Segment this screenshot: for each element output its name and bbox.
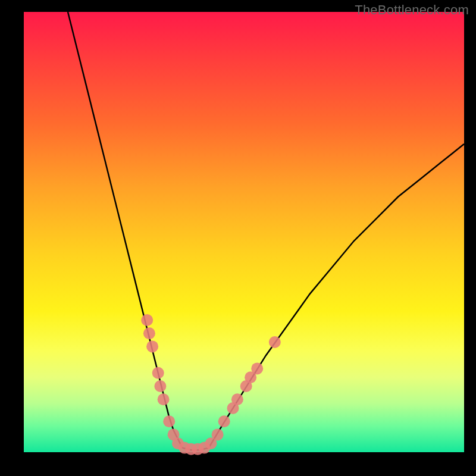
data-marker xyxy=(146,340,158,352)
curve-layer xyxy=(24,12,464,452)
data-marker xyxy=(269,336,281,348)
data-marker xyxy=(152,367,164,379)
series-right-curve xyxy=(209,144,464,448)
series-left-curve xyxy=(68,12,182,448)
data-marker xyxy=(163,415,175,427)
data-marker xyxy=(141,314,153,326)
series-lines xyxy=(68,12,464,450)
data-marker xyxy=(158,393,170,405)
data-marker xyxy=(231,393,243,405)
data-marker xyxy=(143,327,155,339)
data-marker xyxy=(154,380,166,392)
data-marker xyxy=(212,428,224,440)
chart-frame: TheBottleneck.com xyxy=(0,0,476,476)
plot-area xyxy=(24,12,464,452)
watermark-text: TheBottleneck.com xyxy=(355,2,469,18)
data-marker xyxy=(218,415,230,427)
data-marker xyxy=(251,362,263,374)
series-markers xyxy=(141,314,281,455)
